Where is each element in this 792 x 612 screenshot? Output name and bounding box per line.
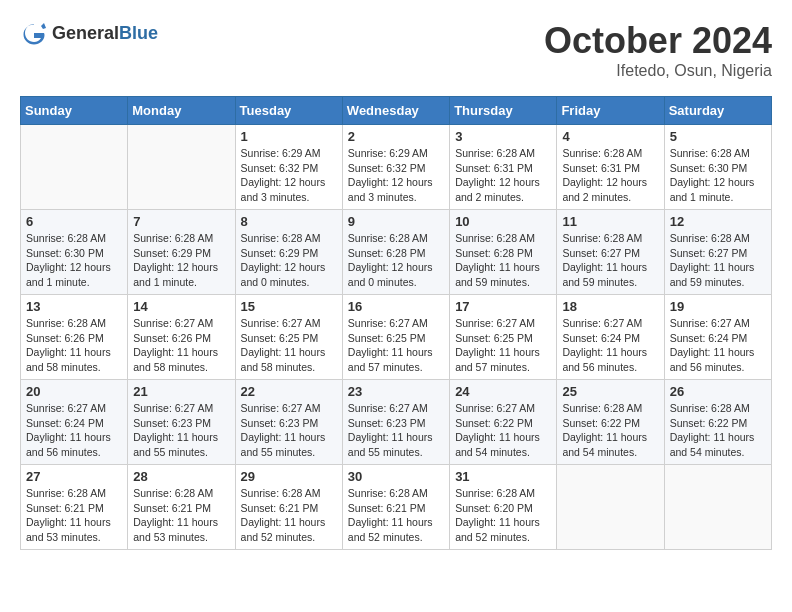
- day-detail: Sunrise: 6:28 AM Sunset: 6:28 PM Dayligh…: [455, 231, 551, 290]
- calendar-cell: 12Sunrise: 6:28 AM Sunset: 6:27 PM Dayli…: [664, 210, 771, 295]
- month-title: October 2024: [544, 20, 772, 62]
- day-detail: Sunrise: 6:27 AM Sunset: 6:25 PM Dayligh…: [241, 316, 337, 375]
- day-number: 25: [562, 384, 658, 399]
- day-number: 3: [455, 129, 551, 144]
- weekday-header: Thursday: [450, 97, 557, 125]
- day-number: 14: [133, 299, 229, 314]
- calendar-cell: 6Sunrise: 6:28 AM Sunset: 6:30 PM Daylig…: [21, 210, 128, 295]
- day-number: 18: [562, 299, 658, 314]
- page-header: GeneralBlue October 2024 Ifetedo, Osun, …: [20, 20, 772, 80]
- calendar-week-row: 27Sunrise: 6:28 AM Sunset: 6:21 PM Dayli…: [21, 465, 772, 550]
- calendar-cell: 19Sunrise: 6:27 AM Sunset: 6:24 PM Dayli…: [664, 295, 771, 380]
- day-detail: Sunrise: 6:27 AM Sunset: 6:23 PM Dayligh…: [241, 401, 337, 460]
- day-number: 13: [26, 299, 122, 314]
- day-detail: Sunrise: 6:28 AM Sunset: 6:22 PM Dayligh…: [670, 401, 766, 460]
- calendar-week-row: 13Sunrise: 6:28 AM Sunset: 6:26 PM Dayli…: [21, 295, 772, 380]
- calendar-cell: 21Sunrise: 6:27 AM Sunset: 6:23 PM Dayli…: [128, 380, 235, 465]
- weekday-header: Monday: [128, 97, 235, 125]
- day-detail: Sunrise: 6:28 AM Sunset: 6:21 PM Dayligh…: [348, 486, 444, 545]
- calendar-cell: 8Sunrise: 6:28 AM Sunset: 6:29 PM Daylig…: [235, 210, 342, 295]
- weekday-header: Wednesday: [342, 97, 449, 125]
- calendar-cell: 17Sunrise: 6:27 AM Sunset: 6:25 PM Dayli…: [450, 295, 557, 380]
- day-number: 10: [455, 214, 551, 229]
- day-detail: Sunrise: 6:28 AM Sunset: 6:29 PM Dayligh…: [133, 231, 229, 290]
- title-block: October 2024 Ifetedo, Osun, Nigeria: [544, 20, 772, 80]
- day-number: 4: [562, 129, 658, 144]
- day-detail: Sunrise: 6:28 AM Sunset: 6:21 PM Dayligh…: [241, 486, 337, 545]
- calendar-table: SundayMondayTuesdayWednesdayThursdayFrid…: [20, 96, 772, 550]
- day-detail: Sunrise: 6:28 AM Sunset: 6:26 PM Dayligh…: [26, 316, 122, 375]
- day-number: 11: [562, 214, 658, 229]
- day-detail: Sunrise: 6:27 AM Sunset: 6:24 PM Dayligh…: [670, 316, 766, 375]
- day-number: 22: [241, 384, 337, 399]
- day-detail: Sunrise: 6:27 AM Sunset: 6:24 PM Dayligh…: [562, 316, 658, 375]
- day-number: 1: [241, 129, 337, 144]
- calendar-cell: 18Sunrise: 6:27 AM Sunset: 6:24 PM Dayli…: [557, 295, 664, 380]
- calendar-week-row: 1Sunrise: 6:29 AM Sunset: 6:32 PM Daylig…: [21, 125, 772, 210]
- day-detail: Sunrise: 6:29 AM Sunset: 6:32 PM Dayligh…: [348, 146, 444, 205]
- day-number: 5: [670, 129, 766, 144]
- calendar-cell: 29Sunrise: 6:28 AM Sunset: 6:21 PM Dayli…: [235, 465, 342, 550]
- calendar-cell: 3Sunrise: 6:28 AM Sunset: 6:31 PM Daylig…: [450, 125, 557, 210]
- calendar-cell: 31Sunrise: 6:28 AM Sunset: 6:20 PM Dayli…: [450, 465, 557, 550]
- day-detail: Sunrise: 6:28 AM Sunset: 6:20 PM Dayligh…: [455, 486, 551, 545]
- location: Ifetedo, Osun, Nigeria: [544, 62, 772, 80]
- weekday-header-row: SundayMondayTuesdayWednesdayThursdayFrid…: [21, 97, 772, 125]
- calendar-cell: 2Sunrise: 6:29 AM Sunset: 6:32 PM Daylig…: [342, 125, 449, 210]
- calendar-cell: 14Sunrise: 6:27 AM Sunset: 6:26 PM Dayli…: [128, 295, 235, 380]
- day-detail: Sunrise: 6:28 AM Sunset: 6:30 PM Dayligh…: [26, 231, 122, 290]
- day-detail: Sunrise: 6:28 AM Sunset: 6:31 PM Dayligh…: [562, 146, 658, 205]
- logo-text: GeneralBlue: [52, 24, 158, 44]
- calendar-week-row: 6Sunrise: 6:28 AM Sunset: 6:30 PM Daylig…: [21, 210, 772, 295]
- calendar-cell: [128, 125, 235, 210]
- day-detail: Sunrise: 6:28 AM Sunset: 6:21 PM Dayligh…: [133, 486, 229, 545]
- day-detail: Sunrise: 6:28 AM Sunset: 6:29 PM Dayligh…: [241, 231, 337, 290]
- day-detail: Sunrise: 6:28 AM Sunset: 6:30 PM Dayligh…: [670, 146, 766, 205]
- day-detail: Sunrise: 6:28 AM Sunset: 6:21 PM Dayligh…: [26, 486, 122, 545]
- calendar-cell: 28Sunrise: 6:28 AM Sunset: 6:21 PM Dayli…: [128, 465, 235, 550]
- day-detail: Sunrise: 6:28 AM Sunset: 6:31 PM Dayligh…: [455, 146, 551, 205]
- calendar-cell: 16Sunrise: 6:27 AM Sunset: 6:25 PM Dayli…: [342, 295, 449, 380]
- calendar-cell: 13Sunrise: 6:28 AM Sunset: 6:26 PM Dayli…: [21, 295, 128, 380]
- day-number: 8: [241, 214, 337, 229]
- calendar-cell: 7Sunrise: 6:28 AM Sunset: 6:29 PM Daylig…: [128, 210, 235, 295]
- day-number: 15: [241, 299, 337, 314]
- calendar-cell: 27Sunrise: 6:28 AM Sunset: 6:21 PM Dayli…: [21, 465, 128, 550]
- weekday-header: Tuesday: [235, 97, 342, 125]
- day-number: 17: [455, 299, 551, 314]
- calendar-cell: 20Sunrise: 6:27 AM Sunset: 6:24 PM Dayli…: [21, 380, 128, 465]
- day-number: 19: [670, 299, 766, 314]
- calendar-cell: 9Sunrise: 6:28 AM Sunset: 6:28 PM Daylig…: [342, 210, 449, 295]
- day-number: 31: [455, 469, 551, 484]
- day-number: 28: [133, 469, 229, 484]
- calendar-cell: 22Sunrise: 6:27 AM Sunset: 6:23 PM Dayli…: [235, 380, 342, 465]
- day-detail: Sunrise: 6:27 AM Sunset: 6:23 PM Dayligh…: [133, 401, 229, 460]
- calendar-cell: 4Sunrise: 6:28 AM Sunset: 6:31 PM Daylig…: [557, 125, 664, 210]
- day-detail: Sunrise: 6:27 AM Sunset: 6:26 PM Dayligh…: [133, 316, 229, 375]
- day-number: 30: [348, 469, 444, 484]
- weekday-header: Sunday: [21, 97, 128, 125]
- day-detail: Sunrise: 6:27 AM Sunset: 6:25 PM Dayligh…: [348, 316, 444, 375]
- calendar-cell: 15Sunrise: 6:27 AM Sunset: 6:25 PM Dayli…: [235, 295, 342, 380]
- day-detail: Sunrise: 6:28 AM Sunset: 6:22 PM Dayligh…: [562, 401, 658, 460]
- calendar-cell: 23Sunrise: 6:27 AM Sunset: 6:23 PM Dayli…: [342, 380, 449, 465]
- day-detail: Sunrise: 6:27 AM Sunset: 6:25 PM Dayligh…: [455, 316, 551, 375]
- calendar-cell: 5Sunrise: 6:28 AM Sunset: 6:30 PM Daylig…: [664, 125, 771, 210]
- logo-icon: [20, 20, 48, 48]
- day-number: 7: [133, 214, 229, 229]
- weekday-header: Saturday: [664, 97, 771, 125]
- calendar-cell: [664, 465, 771, 550]
- day-number: 12: [670, 214, 766, 229]
- calendar-cell: [557, 465, 664, 550]
- calendar-cell: 25Sunrise: 6:28 AM Sunset: 6:22 PM Dayli…: [557, 380, 664, 465]
- day-number: 23: [348, 384, 444, 399]
- calendar-cell: 1Sunrise: 6:29 AM Sunset: 6:32 PM Daylig…: [235, 125, 342, 210]
- weekday-header: Friday: [557, 97, 664, 125]
- day-number: 16: [348, 299, 444, 314]
- day-number: 2: [348, 129, 444, 144]
- day-detail: Sunrise: 6:28 AM Sunset: 6:27 PM Dayligh…: [670, 231, 766, 290]
- logo: GeneralBlue: [20, 20, 158, 48]
- day-number: 29: [241, 469, 337, 484]
- day-detail: Sunrise: 6:27 AM Sunset: 6:24 PM Dayligh…: [26, 401, 122, 460]
- day-number: 6: [26, 214, 122, 229]
